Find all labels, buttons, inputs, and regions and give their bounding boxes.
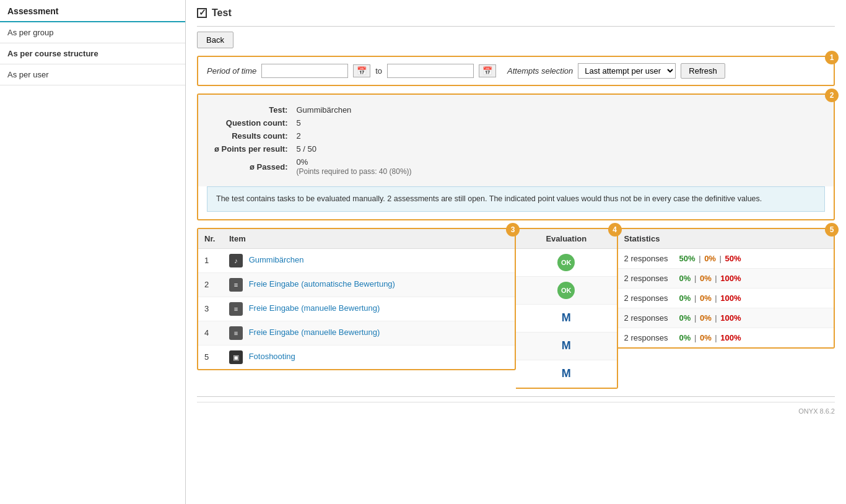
stat-sep-1: | xyxy=(694,293,699,303)
stats-row: 2 responses 0% | 0% | 100% xyxy=(618,308,834,328)
items-badge: 3 xyxy=(506,223,520,237)
attempts-select[interactable]: Last attempt per user First attempt per … xyxy=(578,63,676,79)
m-badge: M xyxy=(557,365,575,383)
stat-sep-1: | xyxy=(699,254,703,263)
stats-cell: 2 responses 0% | 0% | 100% xyxy=(618,288,834,308)
version-text: ONYX 8.6.2 xyxy=(798,407,835,415)
filter-bar: Period of time 📅 to 📅 Attempts selection… xyxy=(198,57,834,85)
title-divider xyxy=(197,26,835,27)
item-link[interactable]: Fotoshooting xyxy=(249,352,295,361)
stat-sep-1: | xyxy=(694,313,699,323)
to-label: to xyxy=(375,66,382,76)
sidebar-item-as-per-course-structure[interactable]: As per course structure xyxy=(0,43,185,64)
eval-row: M xyxy=(516,360,617,388)
stat-red: 100% xyxy=(720,274,741,283)
stats-cell: 2 responses 0% | 0% | 100% xyxy=(618,268,834,288)
stats-row: 2 responses 0% | 0% | 100% xyxy=(618,268,834,288)
info-row-points: ø Points per result: 5 / 50 xyxy=(211,142,416,155)
stat-green: 50% xyxy=(679,254,695,263)
info-value-test: Gummibärchen xyxy=(292,103,415,116)
info-value-results-count: 2 xyxy=(292,129,415,142)
refresh-button[interactable]: Refresh xyxy=(681,63,725,79)
eval-table: Evaluation OKOKMMM xyxy=(516,229,617,388)
eval-cell: OK xyxy=(516,248,617,276)
footer-divider xyxy=(197,396,835,397)
page-title: Test xyxy=(212,7,232,19)
item-type-icon: ♪ xyxy=(229,254,243,267)
stats-row: 2 responses 0% | 0% | 100% xyxy=(618,328,834,347)
info-row-passed: ø Passed: 0% (Points required to pass: 4… xyxy=(211,155,416,178)
calendar-from-button[interactable]: 📅 xyxy=(353,64,370,77)
item-row: 4 ≡ Freie Eingabe (manuelle Bewertung) xyxy=(198,321,515,345)
period-from-input[interactable] xyxy=(261,64,348,78)
ok-badge: OK xyxy=(557,254,575,271)
attempts-label: Attempts selection xyxy=(507,66,573,76)
stat-sep-2: | xyxy=(715,274,719,283)
stats-tbody: 2 responses 50% | 0% | 50% 2 responses 0… xyxy=(618,248,834,347)
info-value-question-count: 5 xyxy=(292,116,415,129)
item-type-icon: ≡ xyxy=(229,278,243,292)
col-nr: Nr. xyxy=(198,229,223,249)
items-tbody: 1 ♪ Gummibärchen 2 ≡ Freie Eingabe (auto… xyxy=(198,248,515,369)
stat-green: 0% xyxy=(679,274,691,283)
item-link[interactable]: Freie Eingabe (manuelle Bewertung) xyxy=(249,303,380,313)
eval-row: OK xyxy=(516,276,617,304)
item-nr: 4 xyxy=(198,321,223,345)
info-value-points: 5 / 50 xyxy=(292,142,415,155)
filter-badge: 1 xyxy=(825,51,839,64)
info-label-passed: ø Passed: xyxy=(211,155,292,178)
items-box: 3 Nr. Item 1 ♪ Gummibärchen 2 ≡ Freie Ei… xyxy=(197,228,516,370)
footer: ONYX 8.6.2 xyxy=(197,402,835,420)
sidebar: Assessment As per group As per course st… xyxy=(0,0,186,504)
sidebar-item-as-per-group[interactable]: As per group xyxy=(0,22,185,43)
responses-count: 2 responses xyxy=(624,293,668,303)
stats-cell: 2 responses 0% | 0% | 100% xyxy=(618,308,834,328)
calendar-to-button[interactable]: 📅 xyxy=(479,64,496,77)
stat-green: 0% xyxy=(679,333,691,342)
info-label-points: ø Points per result: xyxy=(211,142,292,155)
eval-cell: M xyxy=(516,332,617,360)
item-nr: 1 xyxy=(198,248,223,272)
responses-count: 2 responses xyxy=(624,313,668,323)
stat-sep-2: | xyxy=(715,293,719,303)
period-to-input[interactable] xyxy=(387,64,474,78)
ok-badge: OK xyxy=(557,282,575,299)
eval-cell: M xyxy=(516,360,617,388)
info-sub-passed: (Points required to pass: 40 (80%)) xyxy=(296,167,411,176)
item-link[interactable]: Gummibärchen xyxy=(249,255,304,264)
stats-row: 2 responses 50% | 0% | 50% xyxy=(618,248,834,268)
stats-row: 2 responses 0% | 0% | 100% xyxy=(618,288,834,308)
info-table: Test: Gummibärchen Question count: 5 Res… xyxy=(211,103,416,178)
item-link[interactable]: Freie Eingabe (manuelle Bewertung) xyxy=(249,328,380,337)
item-type-icon: ≡ xyxy=(229,326,243,340)
items-header-row: Nr. Item xyxy=(198,229,515,249)
stats-table: Statistics 2 responses 50% | 0% | 50% 2 … xyxy=(618,229,834,347)
stat-sep-2: | xyxy=(720,254,724,263)
info-value-passed: 0% (Points required to pass: 40 (80%)) xyxy=(292,155,415,178)
item-link[interactable]: Freie Eingabe (automatische Bewertung) xyxy=(249,279,395,289)
eval-box: 4 Evaluation OKOKMMM xyxy=(516,228,618,389)
stats-cell: 2 responses 50% | 0% | 50% xyxy=(618,248,834,268)
item-cell: ▣ Fotoshooting xyxy=(223,345,515,369)
back-button[interactable]: Back xyxy=(197,32,233,48)
eval-row: M xyxy=(516,304,617,332)
info-row-results-count: Results count: 2 xyxy=(211,129,416,142)
manual-eval-note: The test contains tasks to be evaluated … xyxy=(207,186,825,212)
item-cell: ≡ Freie Eingabe (manuelle Bewertung) xyxy=(223,321,515,345)
stats-box: 5 Statistics 2 responses 50% | 0% | 50% … xyxy=(618,228,835,349)
stat-green: 0% xyxy=(679,313,691,323)
tables-row: 3 Nr. Item 1 ♪ Gummibärchen 2 ≡ Freie Ei… xyxy=(197,228,835,389)
item-row: 2 ≡ Freie Eingabe (automatische Bewertun… xyxy=(198,272,515,297)
main-content: Test Back 1 Period of time 📅 to 📅 Attemp… xyxy=(186,0,846,504)
col-item: Item xyxy=(223,229,515,249)
sidebar-item-as-per-user[interactable]: As per user xyxy=(0,64,185,85)
page-title-row: Test xyxy=(197,7,835,19)
m-badge: M xyxy=(557,310,575,327)
info-row-question-count: Question count: 5 xyxy=(211,116,416,129)
period-label: Period of time xyxy=(207,66,256,76)
stat-red: 100% xyxy=(720,333,741,342)
m-badge: M xyxy=(557,337,575,355)
info-content: Test: Gummibärchen Question count: 5 Res… xyxy=(198,95,834,186)
col-stats: Statistics xyxy=(618,229,834,249)
stats-header-row: Statistics xyxy=(618,229,834,249)
